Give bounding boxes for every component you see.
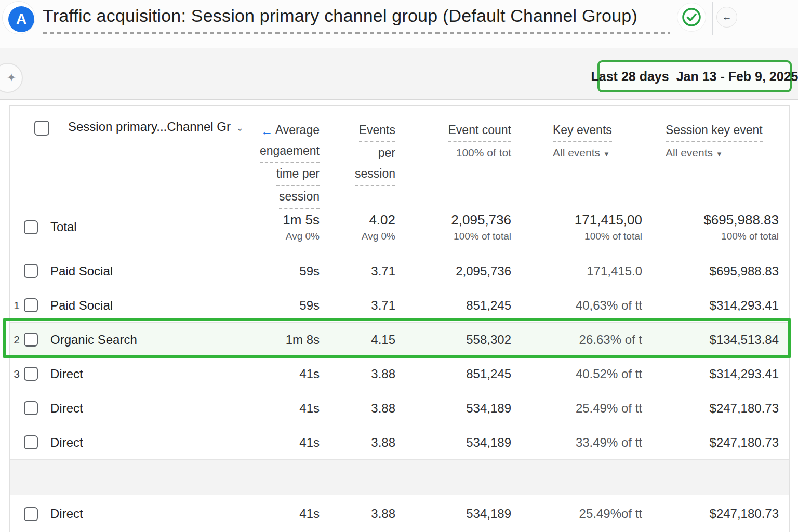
session-key-event-total-cell: $695,988.83100% of total (644, 201, 790, 254)
session-key-event-cell: $134,513.84 (644, 323, 790, 356)
channel-name: Paid Social (50, 264, 113, 278)
session-key-event-header-label: Session key event (666, 119, 763, 142)
channel-name: Paid Social (50, 298, 113, 313)
total-sub: 100% of total (454, 231, 511, 241)
channel-cell: Direct (23, 357, 250, 391)
channel-cell: Direct (23, 495, 250, 532)
avg-header-line: engaement (260, 140, 320, 163)
key-events-header-cell[interactable]: Key events All events▼ (514, 119, 644, 201)
row-number-header (10, 119, 23, 201)
row-number (10, 460, 23, 495)
avg-engagement-header-cell[interactable]: ← Average engaement time per session (250, 119, 328, 201)
account-avatar[interactable]: A (2, 1, 35, 34)
row-checkbox[interactable] (24, 435, 38, 449)
events-per-session-cell: 4.15 (328, 323, 399, 356)
event-count-cell: 558,302 (399, 323, 514, 356)
event-count-cell: 851,245 (399, 288, 514, 322)
session-key-event-cell: $314,293.41 (644, 288, 790, 322)
avg-engagement-cell: 59s (250, 254, 328, 288)
avg-engagement-cell: 41s (250, 425, 328, 459)
total-sub: Avg 0% (286, 231, 320, 241)
total-label: Total (50, 220, 77, 234)
key-events-cell (514, 460, 644, 495)
avatar-letter: A (8, 6, 34, 32)
key-events-header-label: Key events (553, 119, 612, 142)
events-per-session-cell: 3.88 (328, 391, 399, 425)
avg-header-line: time per (276, 163, 320, 186)
row-checkbox[interactable] (24, 507, 38, 521)
page-title: Traffic acquisition: Session primary cha… (43, 6, 671, 26)
channel-name: Direct (50, 367, 83, 381)
avg-header-line: Average (275, 119, 320, 140)
session-key-event-header-cell[interactable]: Session key event All events▼ (644, 119, 790, 201)
events-per-session-cell: 3.88 (328, 425, 399, 459)
row-number (10, 425, 23, 459)
back-arrow-icon: ← (722, 11, 732, 23)
key-events-cell: 33.49% of tt (514, 425, 644, 459)
channel-name: Direct (50, 507, 83, 521)
table-body: Paid Social 59s 3.71 2,095,736 171,415.0… (10, 254, 789, 532)
avg-engagement-cell: 1m 8s (250, 323, 328, 356)
key-events-selector[interactable]: All events▼ (553, 142, 612, 165)
channel-name: Direct (50, 401, 83, 416)
sparkle-plus-icon: ✦ (7, 71, 16, 85)
dropdown-arrow-icon: ▼ (716, 150, 723, 158)
session-key-event-selector[interactable]: All events▼ (666, 142, 763, 165)
total-label-cell: Total (23, 201, 250, 254)
key-events-cell: 40.52% of tt (514, 357, 644, 391)
row-checkbox[interactable] (24, 332, 38, 347)
session-key-event-cell: $695,988.83 (644, 254, 790, 288)
events-per-session-header-cell[interactable]: Events per session (328, 119, 399, 201)
verified-check-icon[interactable] (677, 3, 706, 32)
table-row: Paid Social 59s 3.71 2,095,736 171,415.0… (10, 254, 789, 288)
events-per-session-total-cell: 4.02Avg 0% (328, 201, 399, 254)
table-header-row: Session primary...Channel Gr⌄ ← Average … (10, 106, 789, 201)
key-events-selector-label: All events (553, 147, 600, 158)
title-dashed-underline (43, 32, 670, 34)
total-value: 1m 5s (283, 213, 320, 227)
dimension-header-text: Session primary...Channel Gr (68, 119, 231, 134)
table-row: 3 Direct 41s 3.88 851,245 40.52% of tt $… (10, 357, 789, 391)
event-count-cell: 534,189 (399, 495, 514, 532)
row-number (10, 201, 23, 254)
row-checkbox[interactable] (24, 298, 38, 312)
add-comparison-button[interactable]: ✦ (0, 63, 23, 93)
row-number (10, 254, 23, 288)
channel-cell: Direct (23, 391, 250, 425)
event-count-cell: 851,245 (399, 357, 514, 391)
total-value: $695,988.83 (703, 213, 779, 227)
channel-cell: Paid Social (23, 288, 250, 322)
row-checkbox[interactable] (24, 220, 38, 234)
channel-cell: Paid Social (23, 254, 250, 288)
total-sub: Avg 0% (362, 231, 395, 241)
event-count-cell (399, 460, 514, 495)
empty-row (10, 460, 789, 495)
select-all-checkbox[interactable] (34, 121, 49, 136)
row-checkbox[interactable] (24, 264, 38, 278)
row-checkbox[interactable] (24, 401, 38, 415)
table-row-highlighted: 2 Organic Search 1m 8s 4.15 558,302 26.6… (10, 323, 789, 357)
sort-arrow-icon: ← (261, 121, 273, 141)
avg-engagement-cell: 41s (250, 391, 328, 425)
event-count-header-cell[interactable]: Event count 100% of tot (399, 119, 514, 201)
report-header: A Traffic acquisition: Session primary c… (0, 0, 798, 48)
date-range-picker[interactable]: Last 28 days Jan 13 - Feb 9, 2025 (597, 60, 792, 92)
event-count-header-sub: 100% of tot (448, 142, 511, 163)
events-per-session-cell: 3.71 (328, 254, 399, 288)
channel-cell: Direct (23, 425, 250, 459)
table-row: Direct 41s 3.88 534,189 33.49% of tt $24… (10, 425, 789, 460)
row-checkbox[interactable] (24, 367, 38, 381)
table-row: Direct 41s 3.88 534,189 25.49% of tt $24… (10, 391, 789, 425)
events-per-session-cell: 3.88 (328, 357, 399, 391)
avg-engagement-cell: 59s (250, 288, 328, 322)
back-button[interactable]: ← (716, 7, 737, 28)
total-sub: 100% of total (721, 231, 779, 241)
row-number (10, 495, 23, 532)
key-events-cell: 25.49%of tt (514, 495, 644, 532)
key-events-cell: 40,63% of tt (514, 288, 644, 322)
key-events-cell: 26.63% of t (514, 323, 644, 356)
dimension-header-label[interactable]: Session primary...Channel Gr⌄ (68, 119, 244, 134)
traffic-acquisition-table: Session primary...Channel Gr⌄ ← Average … (9, 105, 790, 532)
eps-header-line: Events (359, 119, 395, 142)
total-value: 2,095,736 (451, 213, 511, 227)
